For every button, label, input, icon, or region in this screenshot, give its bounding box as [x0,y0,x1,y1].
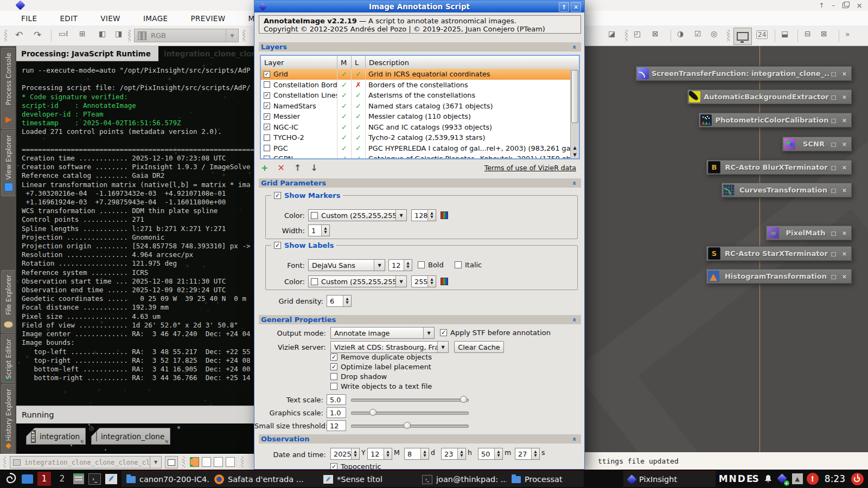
slider-thumb[interactable] [460,396,467,403]
process-close-icon[interactable]: ✕ [840,93,848,101]
screen-stf-icon[interactable] [733,28,752,45]
pixinsight-updates-tray-icon[interactable]: + [776,473,788,485]
slider-control[interactable] [351,396,469,403]
close-all-icon[interactable]: ⊠ [821,29,827,38]
sidebar-tab-file-explorer[interactable]: File Explorer [1,270,15,333]
workspace-thumbnail-2[interactable] [202,457,211,467]
view-window-button[interactable] [165,456,178,468]
channel-selector[interactable]: RGB ▼ [134,29,239,42]
mask-remove-icon[interactable]: ⊠ [652,29,659,38]
layer-checkbox[interactable] [264,145,270,151]
mask-select-icon[interactable]: ◎ [711,29,717,38]
spin-arrows-icon[interactable]: ▲▼ [351,448,359,459]
menu-edit[interactable]: EDIT [58,13,80,24]
scroll-down-icon[interactable]: ▼ [571,151,579,158]
sidebar-tab-process-console[interactable]: Process Console▶ [1,48,15,129]
process-window-pcc[interactable]: PhotometricColorCalibration□✕ [699,113,852,127]
process-close-icon[interactable]: ✕ [840,140,848,148]
toolbar-drag-handle[interactable] [242,30,245,42]
layer-checkbox[interactable] [264,156,270,159]
clock[interactable]: 8:23 [825,473,845,484]
process-restore-icon[interactable]: □ [829,272,838,280]
active-view-selector[interactable]: integration_clone_clone_clone_clo ▼ [10,456,162,468]
process-close-icon[interactable]: ✕ [840,229,848,237]
keyboard-layout-indicator[interactable]: MNDES [719,473,760,484]
bar-drag-handle[interactable] [182,457,185,468]
output-mode-select[interactable]: Annotate image ▼ [330,327,435,339]
collapse-section-icon[interactable]: « [571,437,578,441]
italic-checkbox[interactable] [455,261,462,268]
move-layer-up-button[interactable]: ↑ [294,163,301,173]
collapse-section-icon[interactable]: « [571,45,578,49]
layer-checkbox[interactable] [264,81,270,88]
mask-invert-icon[interactable]: ◑ [677,29,684,38]
workspace-thumbnail-4[interactable] [226,457,235,467]
file-manager-launcher-icon[interactable] [73,473,84,484]
process-restore-icon[interactable]: □ [829,163,838,171]
taskbar-window-2[interactable]: *Sense títol [318,471,417,487]
date-Y-spinner[interactable]: 2025▲▼ [330,448,360,460]
tab-integration-clone[interactable]: integration_clone N [91,428,170,445]
table-row[interactable]: ✓NGC-IC✓✓NGC and IC catalogs (9933 objec… [261,122,571,133]
taskbar-window-1[interactable]: Safata d'entrada ... [209,471,318,487]
process-close-icon[interactable]: ✕ [840,186,848,194]
volume-tray-icon[interactable]: ▲ [792,473,803,484]
app-menu-icon[interactable] [3,472,17,486]
table-scrollbar[interactable]: ▲ ▼ [570,69,579,158]
table-row[interactable]: ✓Grid✓✓Grid in ICRS equatorial coordinat… [261,69,571,80]
table-row[interactable]: ✓Constellation Lines✓✓Asterisms of the c… [261,90,571,101]
spin-arrows-icon[interactable]: ▲▼ [457,448,465,459]
toolbar-drag-handle[interactable] [4,30,7,42]
power-button-icon[interactable] [851,473,864,485]
clear-cache-button[interactable]: Clear Cache [454,341,504,353]
sidebar-tab-script-editor[interactable]: Script Editor [1,334,15,383]
slider-thumb[interactable] [369,409,376,416]
apply-stf-checkbox[interactable]: ✓ [440,329,447,336]
duplicate-image-right-icon[interactable]: ◨ [115,29,122,38]
sidebar-tab-view-explorer[interactable]: View Explorer [1,130,15,196]
col-layer[interactable]: Layer [261,56,337,69]
label-font-size-spinner[interactable]: 12▲▼ [388,259,412,271]
option-checkbox[interactable]: ✓ [330,354,337,361]
rename-view-icon[interactable]: ▭I [59,29,68,38]
slider-value-input[interactable]: 12 [327,420,346,431]
menu-preview[interactable]: PREVIEW [189,13,228,24]
bold-checkbox[interactable] [418,261,425,268]
window-shade-icon[interactable]: ↑ [819,2,824,9]
move-layer-down-button[interactable]: ↓ [310,163,317,173]
table-row[interactable]: CGPN✓✓Catalogue of Galactic Planetar...K… [261,153,571,159]
close-view-icon[interactable]: ⊟ [805,29,811,38]
show-labels-checkbox[interactable]: ✓ [274,242,281,249]
marker-alpha-spinner[interactable]: 128▲▼ [411,209,436,221]
terminal-launcher-icon[interactable]: ›_ [88,473,101,485]
table-row[interactable]: ✓NamedStars✓✓Named stars catalog (3671 o… [261,101,571,112]
option-checkbox[interactable]: ✓ [330,363,337,370]
option-checkbox[interactable] [330,373,337,380]
section-general-properties[interactable]: General Properties « [259,315,581,324]
spin-arrows-icon[interactable]: ▲▼ [420,448,429,459]
layers-table[interactable]: Layer M L Description ✓Grid✓✓Grid in ICR… [260,55,580,159]
layer-checkbox[interactable]: ✓ [264,102,270,109]
vizier-server-select[interactable]: VizieR at CDS: Strasbourg, France ▼ [330,341,449,353]
process-close-icon[interactable]: ✕ [840,69,848,78]
process-restore-icon[interactable]: □ [829,229,838,237]
mask-enable-icon[interactable]: ☑ [694,29,701,38]
process-restore-icon[interactable]: □ [829,140,838,148]
label-font-select[interactable]: DejaVu Sans ▼ [308,259,385,271]
window-close-icon[interactable]: × [856,1,863,10]
collapse-section-icon[interactable]: « [571,181,578,185]
process-window-pixelmath[interactable]: ∞PixelMath□✕ [766,226,852,240]
layer-checkbox[interactable] [264,134,270,141]
vizier-terms-link[interactable]: Terms of use of VizieR data [484,164,576,172]
show-desktop-icon[interactable] [22,474,33,484]
slider-value-input[interactable]: 1.0 [327,407,346,418]
process-window-stf[interactable]: ScreenTransferFunction: integration_clon… [636,66,852,81]
dialog-close-icon[interactable]: ✕ [571,2,581,12]
toolbar-overflow-icon[interactable]: » [845,30,850,38]
process-close-icon[interactable]: ✕ [840,116,848,124]
color-depth-24-icon[interactable]: 24 [756,30,768,39]
spin-arrows-icon[interactable]: ▲▼ [494,448,502,459]
taskbar-window-3[interactable]: ›_joan@thinkpad: ... [417,471,507,487]
workspace-2-button[interactable]: 2 [55,472,69,486]
marker-width-spinner[interactable]: 1▲▼ [308,224,330,236]
